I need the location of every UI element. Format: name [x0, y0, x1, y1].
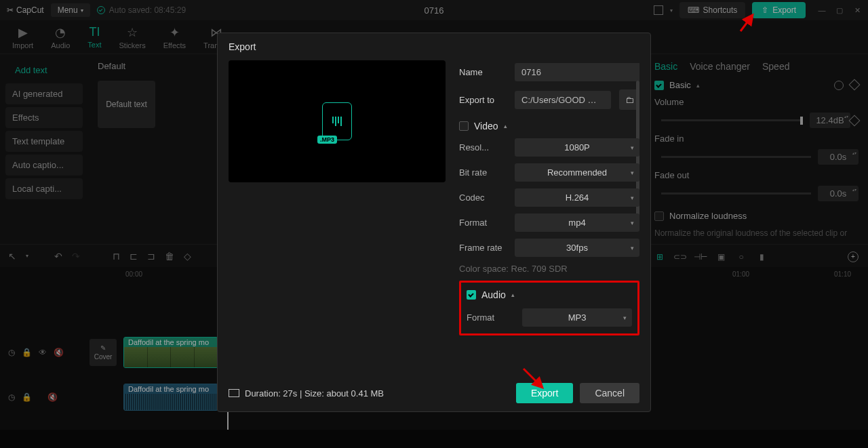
- resolution-row: Resol... 1080P▾: [459, 138, 639, 157]
- audio-section-highlighted: Audio ▴ Format MP3▾: [459, 281, 639, 335]
- select-value: MP3: [568, 312, 587, 323]
- name-row: Name: [459, 63, 639, 81]
- modal-title: Export: [218, 33, 650, 60]
- select-value: H.264: [566, 192, 589, 203]
- chevron-down-icon: ▾: [623, 314, 627, 321]
- framerate-select[interactable]: 30fps▾: [515, 239, 639, 257]
- audio-section-header[interactable]: Audio ▴: [467, 289, 632, 300]
- chevron-down-icon: ▾: [631, 169, 634, 176]
- cancel-button[interactable]: Cancel: [580, 383, 639, 403]
- format-select[interactable]: mp4▾: [515, 213, 639, 232]
- audio-label: Audio: [481, 289, 506, 300]
- mp3-badge: .MP3: [317, 136, 337, 144]
- colorspace-text: Color space: Rec. 709 SDR: [459, 264, 639, 274]
- codec-select[interactable]: H.264▾: [515, 188, 639, 207]
- select-value: Recommended: [547, 167, 607, 178]
- collapse-icon: ▴: [511, 291, 515, 298]
- export-preview: .MP3: [229, 60, 446, 182]
- exportto-label: Export to: [459, 95, 507, 105]
- select-value: mp4: [568, 218, 585, 228]
- audio-format-label: Format: [467, 312, 514, 323]
- video-section-header[interactable]: Video ▴: [459, 121, 639, 131]
- audio-checkbox[interactable]: [467, 290, 476, 300]
- resolution-select[interactable]: 1080P▾: [515, 138, 639, 157]
- framerate-label: Frame rate: [459, 243, 507, 253]
- modal-body: .MP3 Name Export to C:/Users/GOOD WILL .…: [218, 60, 650, 375]
- chevron-down-icon: ▾: [631, 195, 634, 201]
- mp3-file-icon: .MP3: [322, 102, 352, 140]
- footer-text: Duration: 27s | Size: about 0.41 MB: [245, 388, 384, 399]
- bitrate-row: Bit rate Recommended▾: [459, 163, 639, 182]
- chevron-down-icon: ▾: [631, 220, 634, 226]
- format-label: Format: [459, 218, 507, 228]
- chevron-down-icon: ▾: [631, 144, 634, 151]
- exportto-path: C:/Users/GOOD WILL ...: [515, 91, 611, 109]
- name-label: Name: [459, 67, 507, 77]
- select-value: 30fps: [566, 243, 588, 253]
- export-form: Name Export to C:/Users/GOOD WILL ... 🗀 …: [459, 60, 639, 375]
- export-confirm-button[interactable]: Export: [516, 383, 573, 403]
- bitrate-select[interactable]: Recommended▾: [515, 163, 639, 182]
- export-modal: Export .MP3 Name: [217, 33, 651, 412]
- folder-icon: 🗀: [625, 95, 634, 105]
- film-icon: [229, 389, 239, 397]
- name-input[interactable]: [515, 63, 639, 81]
- resolution-label: Resol...: [459, 142, 507, 152]
- select-value: 1080P: [564, 142, 590, 152]
- codec-row: Codec H.264▾: [459, 188, 639, 207]
- collapse-icon: ▴: [504, 123, 507, 129]
- footer-info: Duration: 27s | Size: about 0.41 MB: [229, 388, 384, 399]
- video-checkbox[interactable]: [459, 121, 469, 131]
- footer-buttons: Export Cancel: [516, 383, 639, 403]
- modal-footer: Duration: 27s | Size: about 0.41 MB Expo…: [218, 375, 650, 411]
- framerate-row: Frame rate 30fps▾: [459, 239, 639, 257]
- video-label: Video: [474, 121, 498, 131]
- audio-format-row: Format MP3▾: [467, 308, 632, 327]
- bitrate-label: Bit rate: [459, 167, 507, 178]
- codec-label: Codec: [459, 192, 507, 203]
- chevron-down-icon: ▾: [631, 245, 634, 251]
- audio-format-select[interactable]: MP3▾: [522, 308, 632, 327]
- format-row: Format mp4▾: [459, 213, 639, 232]
- exportto-row: Export to C:/Users/GOOD WILL ... 🗀: [459, 89, 639, 110]
